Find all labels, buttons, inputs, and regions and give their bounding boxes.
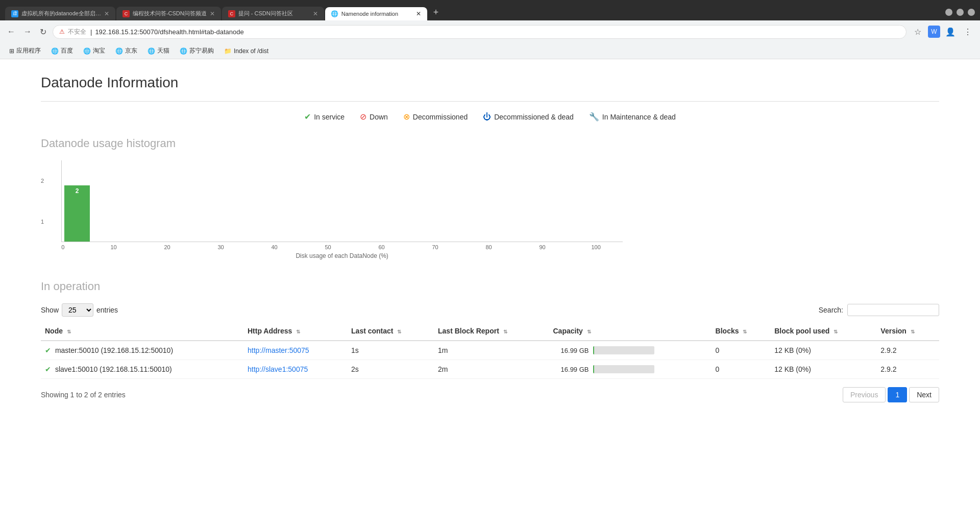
row2-node: ✔ slave1:50010 (192.168.15.11:50010): [41, 360, 243, 379]
jd-icon: 🌐: [115, 47, 123, 55]
row1-capacity: 16.99 GB: [549, 341, 712, 360]
col-block-pool: Block pool used ⇅: [770, 322, 876, 341]
address-bar[interactable]: ⚠ 不安全 | 192.168.15.12:50070/dfshealth.ht…: [53, 25, 906, 39]
bookmark-suning[interactable]: 🌐 苏宁易购: [176, 45, 218, 56]
sort-icon-node[interactable]: ⇅: [67, 329, 71, 334]
taobao-icon: 🌐: [83, 47, 91, 55]
show-entries: Show 10 25 50 100 entries: [41, 303, 118, 317]
sort-icon-blocks[interactable]: ⇅: [743, 329, 747, 334]
minimize-button[interactable]: [945, 9, 952, 16]
y-axis: 2 1: [41, 178, 44, 259]
bookmark-tmall[interactable]: 🌐 天猫: [143, 45, 174, 56]
maximize-button[interactable]: [957, 9, 964, 16]
browser-chrome: 虚 虚拟机所有的datanode全部启… ✕ C 编程技术问答-CSDN问答频道…: [0, 0, 980, 59]
close-button[interactable]: [968, 9, 975, 16]
bookmark-apps[interactable]: ⊞ 应用程序: [5, 45, 45, 56]
legend-maintenance-dead: 🔧 In Maintenance & dead: [589, 112, 676, 122]
tab-title-1: 虚拟机所有的datanode全部启…: [21, 10, 101, 17]
col-last-contact: Last contact ⇅: [347, 322, 434, 341]
bar-value: 2: [76, 187, 79, 195]
row2-last-block: 2m: [434, 360, 549, 379]
x-axis-title: Disk usage of each DataNode (%): [61, 252, 623, 259]
bookmark-label-jd: 京东: [125, 46, 137, 55]
table-body: ✔ master:50010 (192.168.15.12:50010) htt…: [41, 341, 939, 379]
next-button[interactable]: Next: [909, 387, 939, 402]
x-label-40: 40: [248, 244, 301, 250]
tab-close-2[interactable]: ✕: [210, 10, 215, 17]
row2-capacity: 16.99 GB: [549, 360, 712, 379]
sort-icon-block-pool[interactable]: ⇅: [834, 329, 838, 334]
bookmark-jd[interactable]: 🌐 京东: [111, 45, 141, 56]
tab-close-1[interactable]: ✕: [104, 10, 109, 17]
entries-select[interactable]: 10 25 50 100: [62, 303, 93, 317]
browser-tab-2[interactable]: C 编程技术问答-CSDN问答频道 ✕: [116, 7, 221, 20]
nav-icons-right: ☆ W 👤 ⋮: [911, 25, 975, 39]
legend: ✔ In service ⊘ Down ⊗ Decommissioned ⏻ D…: [41, 112, 939, 122]
legend-decommissioned: ⊗ Decommissioned: [403, 112, 468, 122]
search-input[interactable]: [847, 304, 939, 316]
insecure-label: 不安全: [68, 28, 86, 36]
histogram-chart: 2: [61, 160, 623, 242]
row2-http: http://slave1:50075: [243, 360, 347, 379]
row1-http: http://master:50075: [243, 341, 347, 360]
in-service-icon: ✔: [304, 112, 311, 122]
col-last-block-label: Last Block Report: [438, 327, 499, 335]
sort-icon-http[interactable]: ⇅: [296, 329, 300, 334]
col-capacity-label: Capacity: [553, 327, 583, 335]
browser-tab-4[interactable]: 🌐 Namenode information ✕: [325, 7, 427, 20]
row1-capacity-value: 16.99 GB: [553, 347, 589, 354]
col-node-label: Node: [45, 327, 63, 335]
row1-node: ✔ master:50010 (192.168.15.12:50010): [41, 341, 243, 360]
bookmark-index[interactable]: 📁 Index of /dist: [220, 46, 273, 56]
row2-node-text: slave1:50010 (192.168.15.11:50010): [55, 365, 172, 373]
row1-version: 2.9.2: [876, 341, 939, 360]
index-icon: 📁: [224, 47, 232, 55]
row2-http-link[interactable]: http://slave1:50075: [248, 365, 308, 373]
page-1-button[interactable]: 1: [888, 387, 907, 402]
tab-favicon-4: 🌐: [331, 10, 338, 17]
reload-button[interactable]: ↻: [38, 25, 48, 39]
extensions-icon[interactable]: W: [928, 26, 940, 38]
y-label-1: 1: [41, 219, 44, 225]
bookmark-label-baidu: 百度: [61, 46, 73, 55]
operation-title: In operation: [41, 280, 939, 293]
legend-decommissioned-dead: ⏻ Decommissioned & dead: [483, 112, 574, 122]
sort-icon-last-contact[interactable]: ⇅: [397, 329, 401, 334]
previous-button[interactable]: Previous: [843, 387, 886, 402]
x-label-80: 80: [462, 244, 516, 250]
col-http: Http Address ⇅: [243, 322, 347, 341]
browser-tab-1[interactable]: 虚 虚拟机所有的datanode全部启… ✕: [5, 7, 115, 20]
tab-close-3[interactable]: ✕: [313, 10, 318, 17]
bookmark-label-taobao: 淘宝: [93, 46, 105, 55]
row1-node-text: master:50010 (192.168.15.12:50010): [55, 346, 173, 354]
row1-check-icon: ✔: [45, 346, 51, 354]
row2-bar-container: [593, 365, 654, 373]
tab-title-2: 编程技术问答-CSDN问答频道: [133, 10, 207, 17]
bookmark-baidu[interactable]: 🌐 百度: [47, 45, 77, 56]
bookmark-taobao[interactable]: 🌐 淘宝: [79, 45, 109, 56]
suning-icon: 🌐: [180, 47, 187, 55]
data-table: Node ⇅ Http Address ⇅ Last contact ⇅ Las…: [41, 322, 939, 379]
url-text: 192.168.15.12:50070/dfshealth.html#tab-d…: [95, 28, 900, 36]
back-button[interactable]: ←: [5, 25, 17, 38]
pagination-wrap: Showing 1 to 2 of 2 entries Previous 1 N…: [41, 387, 939, 402]
menu-icon[interactable]: ⋮: [961, 25, 975, 39]
new-tab-button[interactable]: +: [428, 5, 444, 20]
x-label-30: 30: [194, 244, 248, 250]
browser-tab-3[interactable]: C 提问 - CSDN问答社区 ✕: [222, 7, 324, 20]
sort-icon-capacity[interactable]: ⇅: [587, 329, 591, 334]
sort-icon-last-block[interactable]: ⇅: [503, 329, 507, 334]
row2-capacity-bar: 16.99 GB: [553, 365, 707, 373]
bookmark-star-icon[interactable]: ☆: [911, 25, 925, 39]
sort-icon-version[interactable]: ⇅: [911, 329, 915, 334]
row1-http-link[interactable]: http://master:50075: [248, 346, 309, 354]
row1-blocks: 0: [712, 341, 771, 360]
down-label: Down: [370, 113, 388, 121]
row1-block-pool-used: 12 KB (0%): [770, 341, 876, 360]
account-icon[interactable]: 👤: [943, 25, 958, 39]
col-last-contact-label: Last contact: [351, 327, 393, 335]
tab-close-4[interactable]: ✕: [416, 10, 421, 17]
decommissioned-label: Decommissioned: [413, 113, 468, 121]
forward-button[interactable]: →: [21, 25, 34, 38]
bookmark-label-index: Index of /dist: [234, 47, 268, 55]
